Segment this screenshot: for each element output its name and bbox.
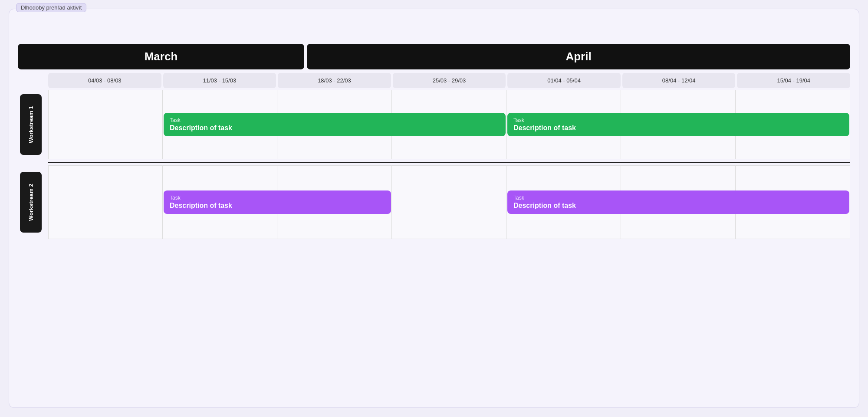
ws2-label-col: Workstream 2	[18, 172, 44, 233]
ws1-cell-1	[48, 90, 163, 159]
month-april: April	[307, 44, 850, 69]
ws2-grid: Task Description of task Task Descriptio…	[48, 165, 850, 239]
week-cell-5: 01/04 - 05/04	[507, 73, 621, 88]
task-2-label: Task	[513, 117, 843, 123]
ws1-label-col: Workstream 1	[18, 94, 44, 155]
month-march: March	[18, 44, 304, 69]
months-row: March April	[18, 44, 850, 69]
week-cell-3: 18/03 - 22/03	[278, 73, 391, 88]
divider-row	[18, 159, 850, 165]
workstream-2-row: Workstream 2 Task Description of task	[18, 165, 850, 239]
ws1-grid: Task Description of task Task Descriptio…	[48, 90, 850, 159]
task-1-description: Description of task	[170, 124, 500, 132]
task-4-label: Task	[513, 195, 843, 201]
ws1-label: Workstream 1	[20, 94, 42, 155]
week-cell-1: 04/03 - 08/03	[48, 73, 161, 88]
tab-label[interactable]: Dlhodobý prehľad aktivít	[16, 3, 86, 12]
ws2-label: Workstream 2	[20, 172, 42, 233]
gantt-area: March April 04/03 - 08/03 11/03 - 15/03 …	[18, 44, 850, 239]
week-cell-4: 25/03 - 29/03	[393, 73, 506, 88]
task-3-description: Description of task	[170, 202, 385, 210]
task-4-description: Description of task	[513, 202, 843, 210]
label-spacer	[18, 73, 44, 88]
task-2-description: Description of task	[513, 124, 843, 132]
main-container: Dlhodobý prehľad aktivít March April 04/…	[9, 9, 859, 408]
task-2[interactable]: Task Description of task	[507, 113, 849, 136]
task-1[interactable]: Task Description of task	[164, 113, 506, 136]
workstream-divider	[48, 162, 850, 163]
workstream-1-row: Workstream 1 Task Description of task	[18, 90, 850, 159]
ws2-cell-1	[48, 165, 163, 239]
task-3[interactable]: Task Description of task	[164, 190, 391, 214]
week-cell-6: 08/04 - 12/04	[622, 73, 736, 88]
gantt-main: March April 04/03 - 08/03 11/03 - 15/03 …	[18, 44, 850, 239]
weeks-row: 04/03 - 08/03 11/03 - 15/03 18/03 - 22/0…	[18, 73, 850, 88]
task-3-label: Task	[170, 195, 385, 201]
week-cell-7: 15/04 - 19/04	[737, 73, 850, 88]
task-1-label: Task	[170, 117, 500, 123]
week-cell-2: 11/03 - 15/03	[163, 73, 276, 88]
task-4[interactable]: Task Description of task	[507, 190, 849, 214]
ws2-cell-4	[392, 165, 506, 239]
